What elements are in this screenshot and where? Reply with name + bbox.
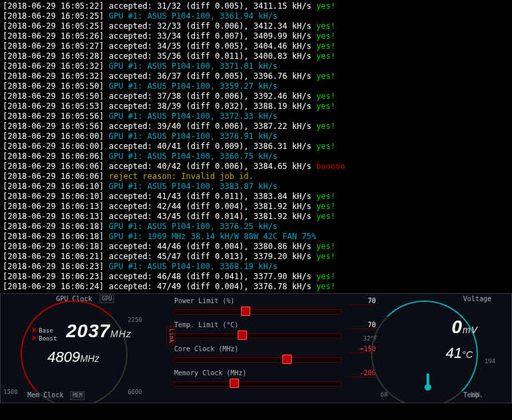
terminal-output: [2018-06-29 16:05:22] accepted: 31/32 (d…	[0, 0, 512, 293]
voltage-value: 0mV	[451, 317, 478, 338]
core-clock-slider[interactable]: Core Clock (MHz) +150	[174, 345, 374, 363]
boost-label: Boost	[33, 335, 57, 342]
mem-chip[interactable]: MEM	[70, 391, 85, 400]
slider-group: Power Limit (%) 70 Temp. Limit (°C) 70 C…	[174, 297, 374, 393]
memory-clock-slider[interactable]: Memory Clock (MHz) -200	[174, 369, 374, 387]
voltage-temp-gauge: Voltage 0mV 41°C 32°F 194 68 176	[364, 294, 498, 401]
gpu-tick-1500: 1500	[3, 389, 18, 395]
gpu-chip[interactable]: GPU	[99, 294, 114, 303]
temp-tick-32: 32°F	[363, 335, 378, 342]
afterburner-panel: GPU Clock GPU 2250 6000 1500 Base Boost …	[0, 293, 512, 403]
temp-limit-slider[interactable]: Temp. Limit (°C) 70	[174, 321, 374, 339]
gpu-clock-gauge: GPU Clock GPU 2250 6000 1500 Base Boost …	[7, 294, 141, 401]
gpu-clock-value: 2037MHz	[66, 321, 132, 342]
mem-tick-6000: 6000	[127, 389, 142, 395]
thermometer-icon	[423, 372, 431, 391]
temp-value: 41°C	[446, 345, 473, 362]
temp-label: Temp.	[463, 391, 483, 399]
mem-clock-value: 4809MHz	[47, 349, 99, 366]
power-limit-slider[interactable]: Power Limit (%) 70	[174, 297, 374, 314]
temp-tick-194: 194	[485, 358, 495, 365]
base-label: Base	[33, 327, 53, 334]
temp-tick-68: 68	[380, 391, 388, 398]
mem-clock-label: Mem Clock	[27, 391, 63, 399]
